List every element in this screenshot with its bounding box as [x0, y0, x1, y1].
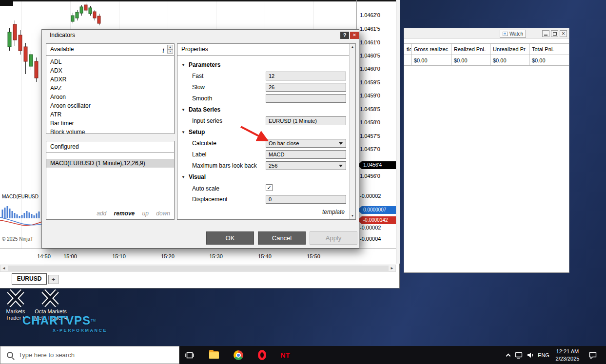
available-indicator-item[interactable]: ADXR	[46, 75, 174, 84]
slow-input[interactable]: 26	[266, 83, 346, 92]
properties-scrollbar[interactable]: ▲ ▼	[349, 44, 355, 219]
max-bars-label: Maximum bars look back	[192, 162, 257, 169]
macd-indicator-label: MACD(EURUSD	[2, 194, 39, 199]
chartvps-logo: CHARTVPSTM X-PERFORMANCE	[22, 314, 107, 333]
add-link[interactable]: add	[97, 210, 106, 217]
label-input[interactable]: MACD	[266, 150, 346, 159]
max-bars-dropdown[interactable]: 256	[266, 161, 346, 170]
action-center-button[interactable]	[587, 346, 599, 364]
scrollbar-thumb[interactable]	[8, 266, 389, 271]
scroll-up-icon[interactable]: ▲	[167, 45, 173, 49]
file-explorer-button[interactable]	[204, 346, 224, 364]
configured-header-label: Configured	[50, 143, 79, 150]
available-indicator-item[interactable]: APZ	[46, 84, 174, 93]
table-cell: $0.00	[411, 55, 451, 65]
section-setup[interactable]: ▼ Setup	[181, 129, 205, 135]
trademark-symbol: TM	[91, 319, 96, 322]
tab-eurusd[interactable]: EURUSD	[12, 273, 47, 285]
account-table: tic Gross realizec Realized PnL Unrealiz…	[404, 43, 569, 66]
remove-link[interactable]: remove	[114, 210, 135, 217]
language-indicator[interactable]: ENG	[536, 346, 551, 364]
watch-titlebar[interactable]: Watch ✕	[404, 28, 569, 39]
vertical-scrollbar[interactable]	[396, 0, 400, 264]
desktop-icon-mt5[interactable]	[1, 289, 30, 307]
up-link[interactable]: up	[142, 210, 149, 217]
available-indicator-item[interactable]: Block volume	[46, 128, 174, 134]
auto-scale-checkbox[interactable]: ✓	[266, 184, 273, 191]
available-indicator-item[interactable]: ADL	[46, 57, 174, 66]
cancel-button[interactable]: Cancel	[258, 231, 306, 245]
taskbar-clock[interactable]: 12:21 AM 2/23/2025	[553, 348, 582, 363]
ok-button[interactable]: OK	[206, 231, 254, 245]
table-cell: $0.00	[490, 55, 529, 65]
chrome-icon	[234, 350, 243, 360]
calculate-dropdown[interactable]: On bar close	[266, 139, 346, 148]
volume-tray-button[interactable]	[525, 346, 536, 364]
time-axis-separator	[0, 249, 396, 249]
column-header[interactable]: Total PnL	[529, 44, 569, 55]
clock-time: 12:21 AM	[553, 348, 582, 355]
section-parameters[interactable]: ▼ Parameters	[181, 61, 220, 68]
apply-button[interactable]: Apply	[310, 231, 357, 245]
time-axis-label: 15:40	[254, 253, 275, 259]
available-items: ADL ADX ADXR APZ Aroon Aroon oscillator …	[46, 56, 174, 134]
available-indicator-item[interactable]: ATR	[46, 110, 174, 119]
available-indicator-item[interactable]: ADX	[46, 66, 174, 75]
table-row[interactable]: $0.00 $0.00 $0.00 $0.00	[404, 55, 569, 66]
task-view-button[interactable]	[179, 346, 200, 364]
chrome-button[interactable]	[228, 346, 249, 364]
broker-x-logo-icon	[6, 289, 25, 307]
configured-indicator-item[interactable]: MACD(EURUSD (1 Minute),12,26,9)	[46, 159, 174, 168]
tray-expand-button[interactable]	[502, 346, 514, 364]
table-cell: $0.00	[451, 55, 490, 65]
template-link[interactable]: template	[322, 209, 345, 215]
search-input[interactable]	[19, 351, 165, 359]
last-price-badge: 1.0456'4	[357, 161, 396, 169]
scroll-down-icon[interactable]: ▼	[350, 213, 355, 219]
copyright-text: © 2025 NinjaT	[2, 236, 33, 242]
new-tab-button[interactable]: +	[48, 275, 59, 284]
available-indicator-item[interactable]: Aroon oscillator	[46, 101, 174, 110]
help-button[interactable]: ?	[340, 32, 349, 39]
fast-input[interactable]: 12	[266, 72, 346, 80]
watch-button[interactable]: Watch	[500, 30, 526, 38]
opera-button[interactable]	[252, 346, 272, 364]
chartvps-tagline: X-PERFORMANCE	[53, 328, 107, 333]
column-header[interactable]: tic	[404, 44, 411, 55]
section-visual[interactable]: ▼ Visual	[181, 173, 206, 180]
ninjatrader-button[interactable]: NT	[275, 346, 295, 364]
desktop-icon-mt4[interactable]	[30, 289, 71, 307]
info-icon[interactable]: i	[162, 45, 164, 56]
price-axis-label: 1.0461'5	[360, 26, 380, 32]
horizontal-scrollbar[interactable]: ◄ ►	[0, 265, 396, 272]
time-axis-label: 15:00	[59, 253, 81, 259]
column-header[interactable]: Gross realizec	[411, 44, 451, 55]
scroll-down-icon[interactable]: ▼	[167, 49, 173, 54]
section-data-series[interactable]: ▼ Data Series	[181, 106, 220, 113]
input-series-field[interactable]: EURUSD (1 Minute)	[266, 116, 346, 125]
candlestick-cluster	[69, 1, 101, 29]
down-link[interactable]: down	[156, 210, 170, 217]
column-header[interactable]: Realized PnL	[451, 44, 490, 55]
available-indicator-item[interactable]: Aroon	[46, 93, 174, 101]
check-icon: ✓	[267, 185, 271, 191]
column-header[interactable]: Unrealized Pr	[490, 44, 529, 55]
calculate-label: Calculate	[192, 140, 216, 147]
macd-axis-label: -0.00002	[360, 225, 381, 230]
smooth-input[interactable]	[266, 94, 346, 103]
close-button[interactable]: ✕	[350, 32, 359, 39]
displacement-input[interactable]: 0	[266, 195, 346, 204]
macd-value-badge-positive: 0.0000007	[357, 206, 396, 214]
scroll-left-icon[interactable]: ◄	[0, 265, 7, 271]
close-button[interactable]: ✕	[560, 30, 567, 37]
scroll-right-icon[interactable]: ►	[389, 265, 395, 271]
candlestick-cluster	[5, 19, 44, 84]
available-indicator-item[interactable]: Bar timer	[46, 119, 174, 128]
minimize-button[interactable]	[542, 30, 549, 37]
taskbar-search[interactable]	[0, 346, 179, 364]
scroll-up-icon[interactable]: ▲	[350, 44, 355, 50]
maximize-button[interactable]	[551, 30, 558, 37]
language-label: ENG	[538, 352, 549, 358]
price-axis-label: 1.0457'5	[360, 133, 380, 139]
network-tray-button[interactable]	[513, 346, 525, 364]
